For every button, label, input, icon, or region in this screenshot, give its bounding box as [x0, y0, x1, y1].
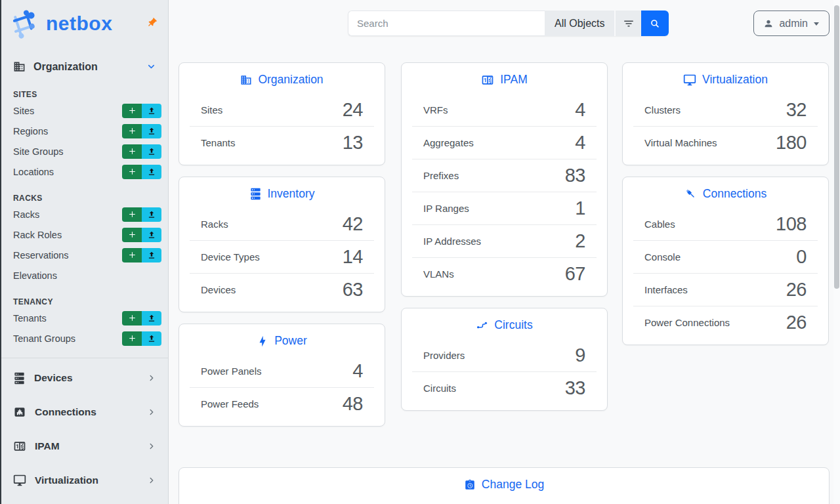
building-icon: [13, 60, 26, 73]
logo-wordmark[interactable]: netbox: [46, 12, 112, 35]
search-input[interactable]: [348, 10, 545, 36]
page-scrollbar-thumb[interactable]: [834, 5, 839, 289]
search-button[interactable]: [641, 10, 669, 36]
stat-row-clusters[interactable]: Clusters32: [623, 94, 828, 126]
sidebar-item-link[interactable]: Regions: [13, 126, 48, 136]
stat-row-power-panels[interactable]: Power Panels4: [179, 355, 385, 387]
sidebar-item-connections[interactable]: Connections: [1, 395, 168, 429]
card-header[interactable]: Inventory: [179, 177, 385, 208]
stat-row-cables[interactable]: Cables108: [623, 208, 828, 240]
plus-icon: [128, 147, 136, 156]
stat-row-providers[interactable]: Providers9: [402, 339, 607, 371]
stat-row-device-types[interactable]: Device Types14: [179, 241, 385, 273]
stat-value: 9: [575, 345, 585, 366]
card-header[interactable]: IPAM: [402, 63, 607, 94]
sidebar-item-link[interactable]: Rack Roles: [13, 230, 62, 240]
add-button[interactable]: [122, 331, 142, 346]
card-header[interactable]: Organization: [179, 63, 385, 94]
import-button[interactable]: [142, 124, 161, 138]
import-button[interactable]: [142, 248, 161, 262]
sidebar-item-ipam[interactable]: IPAM: [1, 429, 168, 463]
search-group: All Objects: [348, 10, 669, 36]
sidebar-item-elevations: Elevations: [1, 265, 168, 285]
logo-row: netbox: [1, 0, 168, 46]
stat-label: VLANs: [423, 268, 454, 280]
add-button[interactable]: [122, 144, 142, 159]
stat-row-power-feeds[interactable]: Power Feeds48: [179, 388, 385, 420]
card-header[interactable]: Connections: [623, 177, 828, 208]
stat-label: Circuits: [423, 383, 456, 394]
changelog-card-header[interactable]: Change Log: [179, 468, 829, 499]
counter-icon: [481, 74, 494, 87]
add-button[interactable]: [122, 207, 142, 222]
add-button[interactable]: [122, 228, 142, 242]
stat-row-circuits[interactable]: Circuits33: [402, 372, 607, 404]
import-button[interactable]: [142, 104, 161, 118]
add-button[interactable]: [122, 311, 142, 326]
sidebar-item-label: Organization: [33, 61, 98, 73]
power-card: PowerPower Panels4Power Feeds48: [178, 324, 385, 427]
stat-row-ip-addresses[interactable]: IP Addresses2: [402, 225, 607, 257]
page-scrollbar-track[interactable]: [833, 0, 840, 504]
stat-row-aggregates[interactable]: Aggregates4: [402, 127, 607, 159]
card-header[interactable]: Power: [179, 324, 385, 355]
sidebar-item-actions: [122, 104, 161, 118]
chevron-right-icon: [147, 442, 156, 451]
sidebar-item-link[interactable]: Tenants: [13, 313, 47, 324]
stat-row-tenants[interactable]: Tenants13: [179, 127, 385, 159]
search-scope-dropdown[interactable]: All Objects: [545, 10, 614, 36]
card-header[interactable]: Circuits: [402, 308, 607, 339]
sidebar-item-virtualization[interactable]: Virtualization: [1, 463, 168, 497]
add-button[interactable]: [122, 124, 142, 138]
sidebar-item-organization[interactable]: Organization: [1, 55, 168, 78]
stat-row-devices[interactable]: Devices63: [179, 274, 385, 306]
import-button[interactable]: [142, 144, 161, 159]
add-button[interactable]: [122, 248, 142, 262]
monitor-icon: [13, 474, 26, 487]
pin-sidebar-button[interactable]: [145, 16, 159, 32]
filter-button[interactable]: [614, 10, 641, 36]
sidebar-item-link[interactable]: Site Groups: [13, 146, 64, 157]
import-button[interactable]: [142, 331, 161, 346]
stat-value: 48: [343, 393, 363, 415]
stat-label: IP Addresses: [423, 236, 481, 247]
sidebar-item-link[interactable]: Locations: [13, 167, 54, 177]
import-button[interactable]: [142, 228, 161, 242]
sidebar-item-link[interactable]: Elevations: [13, 270, 57, 281]
stat-row-racks[interactable]: Racks42: [179, 208, 385, 240]
sidebar-item-link[interactable]: Racks: [13, 209, 39, 220]
stat-row-sites[interactable]: Sites24: [179, 94, 385, 126]
upload-icon: [147, 210, 156, 219]
stat-row-console[interactable]: Console0: [623, 241, 828, 273]
stat-value: 42: [343, 213, 363, 235]
stat-label: Sites: [201, 104, 222, 116]
stat-row-prefixes[interactable]: Prefixes83: [402, 159, 607, 192]
import-button[interactable]: [142, 165, 161, 179]
changelog-card: Change Log: [178, 467, 830, 504]
monitor-icon: [683, 74, 696, 87]
user-menu-button[interactable]: admin: [753, 10, 830, 36]
add-button[interactable]: [122, 165, 142, 179]
stat-row-vrfs[interactable]: VRFs4: [402, 94, 607, 126]
card-column-1: OrganizationSites24Tenants13InventoryRac…: [178, 62, 385, 427]
add-button[interactable]: [122, 104, 142, 118]
sidebar-section-header-sites: SITES: [1, 78, 168, 100]
stat-row-ip-ranges[interactable]: IP Ranges1: [402, 192, 607, 224]
card-rows: Clusters32Virtual Machines180: [623, 94, 828, 165]
stat-row-virtual-machines[interactable]: Virtual Machines180: [623, 127, 828, 159]
stat-value: 4: [575, 132, 585, 154]
stat-row-interfaces[interactable]: Interfaces26: [623, 274, 828, 306]
import-button[interactable]: [142, 311, 161, 326]
card-header[interactable]: Virtualization: [623, 63, 828, 94]
stat-label: Interfaces: [644, 284, 688, 295]
stat-row-vlans[interactable]: VLANs67: [402, 258, 607, 290]
sidebar-item-devices[interactable]: Devices: [1, 361, 168, 395]
sidebar-item-link[interactable]: Sites: [13, 106, 34, 116]
sidebar-item-link[interactable]: Reservations: [13, 250, 69, 261]
chevron-right-icon: [147, 373, 156, 383]
stat-row-power-connections[interactable]: Power Connections26: [623, 306, 828, 339]
plus-icon: [128, 127, 136, 135]
sidebar-item-link[interactable]: Tenant Groups: [13, 333, 75, 344]
import-button[interactable]: [142, 207, 161, 222]
netbox-logo-icon[interactable]: [9, 9, 41, 39]
